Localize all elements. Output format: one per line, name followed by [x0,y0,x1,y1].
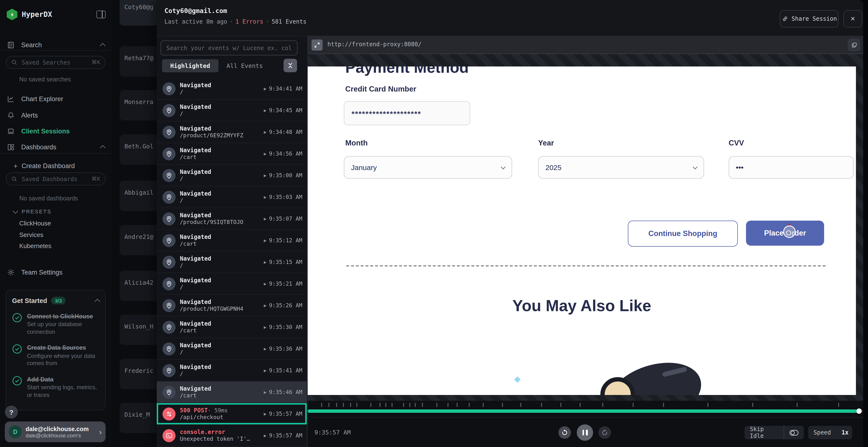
presets-header[interactable]: PRESETS [13,209,52,214]
event-search[interactable] [161,40,298,56]
event-search-input[interactable] [165,44,293,52]
sidebar-item-search[interactable]: Search [0,38,112,51]
laptop-icon [7,127,15,135]
event-row[interactable]: Navigated/product/6E92ZMYYFZ▶9:34:48 AM [157,122,307,143]
event-row[interactable]: Navigated/cart▶9:35:46 AM [157,381,307,403]
event-row[interactable]: Navigated/▶9:35:21 AM [157,273,307,295]
event-row[interactable]: Navigated/▶9:35:15 AM [157,251,307,273]
sidebar-item-label: Chart Explorer [21,95,105,102]
get-started-item-desc: Configure where your data comes from [27,352,99,367]
expand-icon [314,42,320,48]
event-row[interactable]: console.errorUnexpected token 'I'…▶9:35:… [157,425,307,447]
timeline-tick [752,403,753,407]
event-row[interactable]: Navigated/▶9:35:36 AM [157,338,307,360]
timeline-tick [838,403,839,407]
rewind-button[interactable] [558,426,571,439]
sidebar-item-chart-explorer[interactable]: Chart Explorer [0,93,112,105]
cvv-field[interactable]: ••• [728,156,854,179]
location-pin-icon [162,169,176,182]
chevron-up-icon[interactable] [95,299,100,304]
event-time: ▶9:35:57 AM [264,432,302,439]
preset-clickhouse[interactable]: ClickHouse [19,220,51,227]
timeline-playhead[interactable] [857,409,862,414]
expand-replay-button[interactable] [311,39,322,50]
get-started-card: Get Started 3/3 Connect to ClickHouse Se… [6,290,105,410]
timeline-ticks [308,403,863,408]
event-title: Navigated [180,299,211,305]
session-email-title: Coty60@gmail.com [164,7,227,14]
preset-services[interactable]: Services [19,231,43,238]
event-path: /api/checkout [180,414,228,420]
get-started-item-desc: Start sending logs, metrics, or traces [27,384,99,399]
event-title: Navigated [180,212,211,219]
copy-url-button[interactable] [848,38,860,51]
continue-shopping-button[interactable]: Continue Shopping [628,220,738,247]
location-pin-icon [162,234,176,247]
event-row[interactable]: Navigated/product/9SIQT8TOJO▶9:35:07 AM [157,208,307,230]
chevron-up-icon [100,43,105,49]
event-time: ▶9:35:03 AM [264,194,302,200]
event-row[interactable]: Navigated/▶9:34:41 AM [157,78,307,100]
event-title: Navigated [180,277,211,284]
event-row[interactable]: Navigated/cart▶9:35:12 AM [157,230,307,251]
event-row[interactable]: 500 POST · 59ms/api/checkout▶9:35:57 AM [157,403,307,425]
share-session-button[interactable]: Share Session [780,10,839,28]
speed-control[interactable]: Speed 1x [808,426,852,439]
event-time: ▶9:35:30 AM [264,324,302,331]
forward-button[interactable] [598,426,611,439]
saved-dashboards-input[interactable] [21,175,92,183]
sidebar-item-dashboards[interactable]: Dashboards [0,141,112,153]
preset-kubernetes[interactable]: Kubernetes [19,242,51,249]
tab-all-events[interactable]: All Events [218,59,271,72]
location-pin-icon [162,277,176,290]
no-saved-dashboards-text: No saved dashboards [19,195,78,202]
collapse-events-button[interactable] [283,59,297,72]
sidebar-item-team-settings[interactable]: Team Settings [0,266,112,278]
collapse-sidebar-icon[interactable] [96,10,105,18]
sidebar-item-client-sessions[interactable]: Client Sessions [0,125,112,137]
event-row[interactable]: Navigated/▶9:35:03 AM [157,186,307,208]
user-menu[interactable]: D dale@clickhouse.com dale@clickhouse.co… [5,421,105,442]
pause-button[interactable] [577,424,593,441]
event-time: ▶9:35:15 AM [264,259,302,265]
timeline-tick [379,403,380,407]
saved-searches-search[interactable]: ⌘K [6,56,105,69]
timeline-tick [437,403,438,407]
event-title: Navigated [180,169,211,175]
event-title: Navigated [180,234,211,240]
chevron-up-icon [100,145,105,151]
place-order-button[interactable]: Place Order [746,220,824,246]
replay-url: http://frontend-proxy:8080/ [328,41,422,48]
skip-idle-toggle[interactable] [784,426,804,439]
timeline-scrubber[interactable] [308,409,863,413]
help-button[interactable]: ? [5,406,18,419]
event-time: ▶9:35:00 AM [264,172,302,179]
play-icon: ▶ [264,325,267,329]
close-drawer-button[interactable]: × [843,10,862,28]
cc-number-field[interactable]: ******************** [344,101,470,125]
play-icon: ▶ [264,347,267,351]
create-dashboard-button[interactable]: + Create Dashboard [0,160,112,172]
year-select[interactable]: 2025 [538,156,704,179]
skip-idle-control[interactable]: Skip Idle [745,426,804,439]
get-started-item-title: Create Data Sources [27,345,86,351]
event-row[interactable]: Navigated/▶9:35:41 AM [157,360,307,381]
event-row[interactable]: Navigated/product/HQTGWGPNH4▶9:35:26 AM [157,295,307,316]
event-row[interactable]: Navigated/▶9:34:45 AM [157,100,307,122]
event-row[interactable]: Navigated/▶9:35:00 AM [157,165,307,186]
sidebar-item-label: Client Sessions [21,128,105,135]
event-title: console.error [180,429,225,436]
saved-searches-input[interactable] [21,59,92,66]
session-email: Alicia42 [124,279,153,286]
tab-highlighted[interactable]: Highlighted [162,59,218,72]
location-pin-icon [162,82,176,95]
timeline-tick [343,403,344,407]
event-time: ▶9:35:12 AM [264,237,302,244]
sidebar-item-alerts[interactable]: Alerts [0,109,112,122]
saved-dashboards-search[interactable]: ⌘K [6,172,105,185]
month-select[interactable]: January [344,156,512,179]
search-journal-icon [7,41,15,49]
location-pin-icon [162,255,176,269]
event-row[interactable]: Navigated/cart▶9:34:56 AM [157,143,307,165]
event-row[interactable]: Navigated/cart▶9:35:30 AM [157,316,307,338]
